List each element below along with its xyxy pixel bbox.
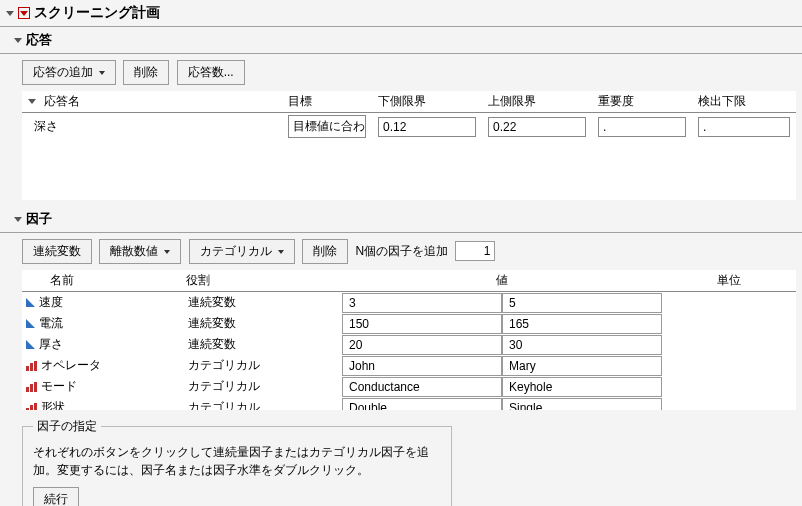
continuous-icon	[26, 319, 35, 328]
responses-title: 応答	[26, 31, 52, 49]
response-detect[interactable]: .	[698, 117, 790, 137]
factor-name[interactable]: オペレータ	[22, 355, 182, 376]
add-n-label: N個の因子を追加	[355, 244, 448, 258]
factor-value-high[interactable]: 30	[502, 335, 662, 355]
factor-role[interactable]: 連続変数	[182, 292, 342, 313]
add-response-button[interactable]: 応答の追加	[22, 60, 116, 85]
responses-toolbar: 応答の追加 削除 応答数...	[22, 60, 796, 85]
col-importance: 重要度	[592, 91, 692, 113]
factor-value-low[interactable]: 3	[342, 293, 502, 313]
categorical-icon	[26, 361, 37, 371]
factors-toolbar: 連続変数 離散数値 カテゴリカル 削除 N個の因子を追加	[22, 239, 796, 264]
add-categorical-button[interactable]: カテゴリカル	[189, 239, 295, 264]
factor-role[interactable]: カテゴリカル	[182, 355, 342, 376]
hotspot-icon[interactable]	[18, 7, 30, 19]
col-name: 応答名	[44, 94, 80, 108]
col-upper: 上側限界	[482, 91, 592, 113]
table-row[interactable]: 速度連続変数35	[22, 292, 796, 313]
responses-table: 応答名 目標 下側限界 上側限界 重要度 検出下限 深さ目標値に合わせる0.12…	[22, 91, 796, 140]
factor-role[interactable]: カテゴリカル	[182, 376, 342, 397]
factors-title: 因子	[26, 210, 52, 228]
table-row[interactable]: 形状カテゴリカルDoubleSingle	[22, 397, 796, 410]
factor-value-high[interactable]: Keyhole	[502, 377, 662, 397]
factor-value-low[interactable]: Conductance	[342, 377, 502, 397]
response-count-button[interactable]: 応答数...	[177, 60, 245, 85]
delete-factor-button[interactable]: 削除	[302, 239, 348, 264]
col-factor-name: 名前	[22, 270, 182, 292]
responses-header-row: 応答名 目標 下側限界 上側限界 重要度 検出下限	[22, 91, 796, 113]
factor-role[interactable]: 連続変数	[182, 334, 342, 355]
delete-response-button[interactable]: 削除	[123, 60, 169, 85]
factor-value-high[interactable]: 5	[502, 293, 662, 313]
factors-header-row: 名前 役割 値 単位	[22, 270, 796, 292]
factor-value-high[interactable]: Mary	[502, 356, 662, 376]
continuous-icon	[26, 298, 35, 307]
col-factor-value: 値	[342, 270, 662, 292]
col-factor-role: 役割	[182, 270, 342, 292]
factor-value-low[interactable]: 150	[342, 314, 502, 334]
table-row[interactable]: モードカテゴリカルConductanceKeyhole	[22, 376, 796, 397]
responses-section-header[interactable]: 応答	[0, 27, 802, 54]
add-discrete-button[interactable]: 離散数値	[99, 239, 181, 264]
factor-name[interactable]: 厚さ	[22, 334, 182, 355]
factor-value-low[interactable]: Double	[342, 398, 502, 411]
col-lower: 下側限界	[372, 91, 482, 113]
factors-table: 名前 役割 値 単位	[22, 270, 796, 292]
factors-section-header[interactable]: 因子	[0, 206, 802, 233]
factor-value-high[interactable]: 165	[502, 314, 662, 334]
chevron-down-icon	[28, 99, 36, 104]
continuous-icon	[26, 340, 35, 349]
continue-button[interactable]: 続行	[33, 487, 79, 506]
add-n-input[interactable]	[455, 241, 495, 261]
factor-value-high[interactable]: Single	[502, 398, 662, 411]
factor-name[interactable]: モード	[22, 376, 182, 397]
factor-spec-title: 因子の指定	[33, 418, 101, 435]
categorical-icon	[26, 382, 37, 392]
factor-name[interactable]: 速度	[22, 292, 182, 313]
response-lower[interactable]: 0.12	[378, 117, 476, 137]
factor-role[interactable]: 連続変数	[182, 313, 342, 334]
main-section-header[interactable]: スクリーニング計画	[0, 0, 802, 27]
add-continuous-button[interactable]: 連続変数	[22, 239, 92, 264]
response-goal[interactable]: 目標値に合わせる	[288, 115, 366, 138]
disclosure-icon	[14, 217, 22, 222]
categorical-icon	[26, 403, 37, 411]
response-importance[interactable]: .	[598, 117, 686, 137]
factors-scroll[interactable]: 速度連続変数35電流連続変数150165厚さ連続変数2030オペレータカテゴリカ…	[22, 292, 796, 410]
factor-spec-text: それぞれのボタンをクリックして連続量因子またはカテゴリカル因子を追加。変更するに…	[33, 443, 441, 479]
response-upper[interactable]: 0.22	[488, 117, 586, 137]
disclosure-icon	[6, 11, 14, 16]
table-row[interactable]: 電流連続変数150165	[22, 313, 796, 334]
factor-value-low[interactable]: John	[342, 356, 502, 376]
table-row[interactable]: 深さ目標値に合わせる0.120.22..	[22, 113, 796, 141]
main-title: スクリーニング計画	[34, 4, 160, 22]
response-name[interactable]: 深さ	[28, 116, 276, 137]
factor-name[interactable]: 形状	[22, 397, 182, 410]
factor-name[interactable]: 電流	[22, 313, 182, 334]
col-factor-unit: 単位	[662, 270, 796, 292]
factor-value-low[interactable]: 20	[342, 335, 502, 355]
factor-spec-group: 因子の指定 それぞれのボタンをクリックして連続量因子またはカテゴリカル因子を追加…	[22, 418, 452, 506]
factor-role[interactable]: カテゴリカル	[182, 397, 342, 410]
disclosure-icon	[14, 38, 22, 43]
table-row[interactable]: オペレータカテゴリカルJohnMary	[22, 355, 796, 376]
col-detect: 検出下限	[692, 91, 796, 113]
col-goal: 目標	[282, 91, 372, 113]
table-row[interactable]: 厚さ連続変数2030	[22, 334, 796, 355]
